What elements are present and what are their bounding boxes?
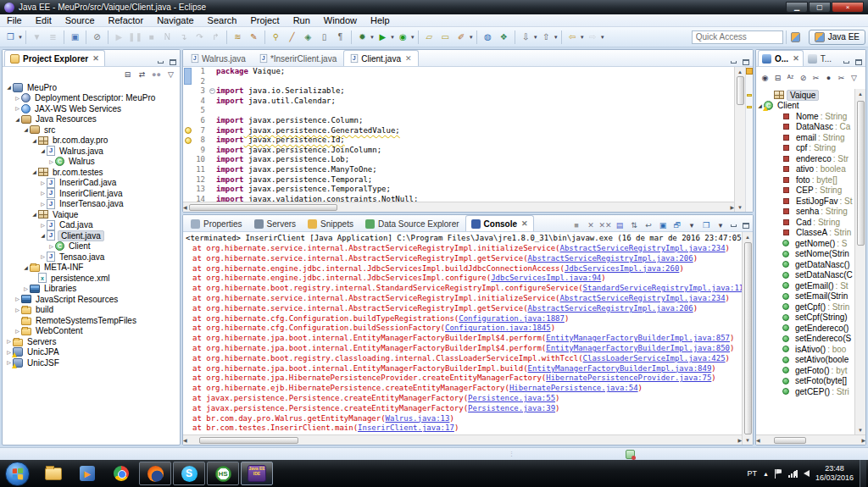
maximize-view-button[interactable] <box>854 58 863 66</box>
link-with-editor-icon[interactable]: ⇄ <box>136 69 147 80</box>
overview-warning-mark[interactable] <box>747 106 752 108</box>
code-line-1[interactable]: 1package Vaique; <box>183 67 734 77</box>
tree-item-webcontent[interactable]: ▷WebContent <box>3 326 180 337</box>
stack-link[interactable]: HibernatePersistenceProvider.java:75 <box>546 374 711 382</box>
language-indicator[interactable]: PT <box>748 469 758 478</box>
outline-item-getcep[interactable]: getCEP() : Stri <box>756 386 854 397</box>
tree-item-inserircad-java[interactable]: ▷JInserirCad.java <box>3 178 180 189</box>
outline-vscrollbar[interactable]: ▲ ▼ <box>854 89 865 434</box>
toolbar-prev-annotation-button[interactable]: ⇧ <box>539 30 554 44</box>
dropdown-arrow-icon[interactable]: ▼ <box>390 35 395 40</box>
stack-link[interactable]: Walrus.java:13 <box>386 414 450 423</box>
toolbar-terminate-button[interactable]: ■ <box>144 30 159 44</box>
outline-item-nome[interactable]: Nome : String <box>756 111 854 122</box>
quick-access-input[interactable] <box>692 30 783 44</box>
tree-item-walrus-java[interactable]: ◢JWalrus.java <box>3 146 180 157</box>
tree-item-meupro[interactable]: ◢MeuPro <box>3 82 180 93</box>
outline-item-ativo[interactable]: ativo : boolea <box>756 164 854 175</box>
scroll-up-icon[interactable]: ▲ <box>737 67 743 76</box>
outline-item-isativo[interactable]: isAtivo() : boo <box>756 344 854 355</box>
tree-item-tensao-java[interactable]: ▷JTensao.java <box>3 252 180 263</box>
tree-item-br-com-testes[interactable]: ◢br.com.testes <box>3 167 180 178</box>
toolbar-forward-button[interactable]: ⇨ <box>586 30 600 44</box>
tab-console[interactable]: Console✕ <box>465 215 534 231</box>
collapsed-arrow-icon[interactable]: ▷ <box>39 254 47 259</box>
open-console-icon[interactable]: ❒ <box>700 219 712 231</box>
java-ee-perspective-button[interactable]: Java EE <box>809 30 865 45</box>
tree-item-unicjpa[interactable]: ▷UnicJPA <box>3 347 180 358</box>
code-line-7[interactable]: 7import javax.persistence.GeneratedValue… <box>183 126 734 136</box>
stack-link[interactable]: Configuration.java:1845 <box>445 324 551 332</box>
collapsed-arrow-icon[interactable]: ▷ <box>14 329 21 334</box>
menu-refactor[interactable]: Refactor <box>102 14 151 26</box>
toolbar-next-annotation-button[interactable]: ⇩ <box>519 30 533 44</box>
volume-icon[interactable] <box>804 470 810 477</box>
expanded-arrow-icon[interactable]: ◢ <box>5 85 13 90</box>
toolbar-expressions-button[interactable]: ✎ <box>247 30 261 44</box>
code-line-14[interactable]: 14import javax.validation.constraints.No… <box>183 195 734 202</box>
outline-item-getcpf[interactable]: getCpf() : Strin <box>756 302 854 313</box>
collapsed-arrow-icon[interactable]: ▷ <box>39 202 47 207</box>
editor-hscroll-thumb[interactable] <box>189 204 337 211</box>
stack-link[interactable]: JdbcServicesImpl.java:94 <box>491 274 601 282</box>
display-console-dd-icon[interactable]: ▾ <box>686 219 698 231</box>
stack-link[interactable]: EntityManagerFactoryBuilderImpl.java:849 <box>528 364 712 373</box>
statusbar-trim-icon[interactable] <box>626 450 635 459</box>
expanded-arrow-icon[interactable]: ◢ <box>14 117 21 122</box>
close-view-icon[interactable]: ✕ <box>92 54 99 63</box>
start-button[interactable] <box>5 462 30 486</box>
stack-link[interactable]: AbstractServiceRegistryImpl.java:234 <box>559 294 725 302</box>
clear-console-icon[interactable]: ▤ <box>614 219 626 231</box>
toolbar-record-button[interactable]: ≋ <box>231 30 245 44</box>
stack-link[interactable]: JdbcServicesImpl.java:260 <box>565 264 679 273</box>
clock[interactable]: 23:48 16/03/2016 <box>815 464 854 483</box>
warning-bulb-icon[interactable] <box>185 127 192 134</box>
outline-item-email[interactable]: email : String <box>756 132 854 143</box>
outline-hide-non-public-icon[interactable]: ● <box>823 73 834 84</box>
outline-item-cad[interactable]: Cad : String <box>756 217 854 228</box>
scroll-right-icon[interactable]: ▶ <box>861 435 865 445</box>
stack-link[interactable]: EntityManagerFactoryBuilderImpl.java:857 <box>546 334 730 342</box>
view-menu-dots-icon[interactable]: ●● <box>151 69 162 80</box>
stack-link[interactable]: InserirClient.java:17 <box>358 423 454 432</box>
outline-item-cpf[interactable]: cpf : String <box>756 143 854 154</box>
toolbar-run-button[interactable]: ▶ <box>376 30 390 44</box>
overview-warning-mark[interactable] <box>747 94 752 97</box>
outline-hscroll-thumb[interactable] <box>774 437 806 444</box>
tree-item-vaique[interactable]: ◢Vaique <box>3 209 180 220</box>
editor-vscrollbar[interactable]: ▲ ▼ <box>734 67 745 212</box>
tree-item-javascript-resources[interactable]: ▷JavaScript Resources <box>3 294 180 305</box>
collapsed-arrow-icon[interactable]: ▷ <box>14 307 21 313</box>
console-vscrollbar[interactable]: ▲ ▼ <box>742 232 753 445</box>
taskbar-explorer-button[interactable] <box>37 462 70 485</box>
collapsed-arrow-icon[interactable]: ▷ <box>14 296 21 302</box>
maximize-button[interactable]: ▢ <box>809 2 831 13</box>
outline-focus-icon[interactable]: ◉ <box>760 73 771 84</box>
terminate-icon[interactable]: ■ <box>570 219 582 231</box>
tab-properties[interactable]: Properties <box>185 215 248 231</box>
action-center-flag-icon[interactable] <box>775 469 782 479</box>
tree-item-remotesystemstempfiles[interactable]: RemoteSystemsTempFiles <box>3 315 180 326</box>
toolbar-skip-all-breakpoints-button[interactable]: ⊘ <box>90 30 104 44</box>
outline-item-getdatanasc[interactable]: getDataNasc() <box>756 259 854 270</box>
stack-link[interactable]: Configuration.java:1887 <box>459 314 565 323</box>
outline-item-setdatanasc-c[interactable]: setDataNasc(C <box>756 270 854 281</box>
outline-item-setemail-strin[interactable]: setEmail(Strin <box>756 291 854 302</box>
tree-item-inserirclient-java[interactable]: ▷JInserirClient.java <box>3 188 180 199</box>
scroll-down-icon[interactable]: ▼ <box>858 425 863 434</box>
tree-item-java-resources[interactable]: ◢Java Resources <box>3 114 180 125</box>
collapsed-arrow-icon[interactable]: ▷ <box>39 191 47 196</box>
tab-task-list[interactable]: T... <box>804 50 836 66</box>
outline-hide-local-types-icon[interactable]: ✂ <box>836 73 847 84</box>
close-view-icon[interactable]: ✕ <box>521 219 528 228</box>
outline-item-setendereco-s[interactable]: setEndereco(S <box>756 334 854 345</box>
toolbar-save-button[interactable]: ▼ <box>30 30 44 44</box>
code-line-3[interactable]: 3−import java.io.Serializable; <box>183 86 734 97</box>
menu-run[interactable]: Run <box>287 14 317 26</box>
scroll-left-icon[interactable]: ◀ <box>183 202 187 212</box>
toolbar-coverage-button[interactable]: ◉ <box>396 30 410 44</box>
stack-link[interactable]: EntityManagerFactoryBuilderImpl.java:850 <box>546 344 730 352</box>
expanded-arrow-icon[interactable]: ◢ <box>22 265 30 270</box>
taskbar-eclipse-button[interactable]: Java EE IDE <box>241 462 273 485</box>
taskbar-skype-button[interactable]: S <box>173 462 205 485</box>
